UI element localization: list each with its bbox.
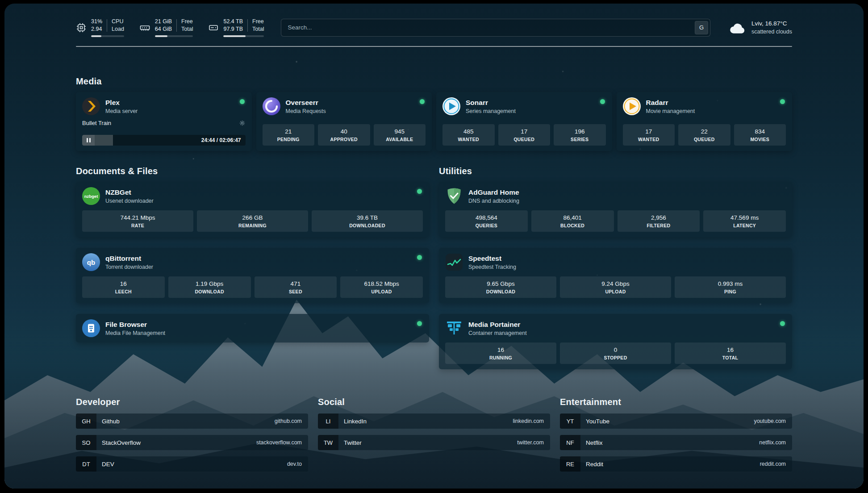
stat-seed: 471SEED (255, 276, 337, 298)
stat-upload: 9.24 GbpsUPLOAD (560, 276, 671, 298)
service-card-overseerr[interactable]: Overseerr Media Requests 21PENDING 40APP… (256, 92, 432, 151)
status-dot (420, 99, 425, 104)
service-card-filebrowser[interactable]: File Browser Media File Management (76, 314, 429, 343)
cpu-icon (76, 22, 87, 33)
overseerr-icon (263, 97, 280, 115)
stat-filtered: 2,956FILTERED (618, 210, 700, 232)
stat-download: 1.19 GbpsDOWNLOAD (168, 276, 251, 298)
stat-wanted: 485WANTED (442, 124, 495, 146)
disk-free-value: 52.4 TB (223, 18, 243, 25)
service-card-portainer[interactable]: Media Portainer Container management 16R… (439, 314, 792, 369)
service-card-qbittorrent[interactable]: qb qBittorrent Torrent downloader 16LEEC… (76, 248, 429, 303)
cpu-load-value: 2.94 (91, 25, 102, 33)
stat-remaining: 266 GBREMAINING (197, 210, 308, 232)
bookmark-twitter[interactable]: TW Twitter twitter.com (318, 435, 550, 450)
service-desc: Media Requests (286, 108, 326, 114)
bookmark-github[interactable]: GH Github github.com (76, 414, 308, 429)
bookmark-youtube[interactable]: YT YouTube youtube.com (560, 414, 792, 429)
service-card-speedtest[interactable]: Speedtest Speedtest Tracking 9.65 GbpsDO… (439, 248, 792, 303)
bookmark-url: youtube.com (754, 418, 786, 424)
stat-movies: 834MOVIES (734, 124, 786, 146)
service-name: Sonarr (466, 99, 516, 107)
bookmarks: Developer GH Github github.com SO StackO… (76, 397, 792, 478)
playback-progress[interactable]: 24:44 / 02:06:47 (82, 135, 246, 146)
bookmark-reddit[interactable]: RE Reddit reddit.com (560, 456, 792, 472)
cpu-label-1: CPU (112, 18, 124, 25)
topbar-divider (76, 46, 792, 47)
documents-column: Documents & Files nzbget NZBGet Usenet d… (76, 166, 429, 369)
service-name: Radarr (646, 99, 695, 107)
svg-text:qb: qb (87, 259, 95, 266)
bookmark-dev[interactable]: DT DEV dev.to (76, 456, 308, 472)
svg-text:nzbget: nzbget (84, 194, 98, 199)
section-title-utilities: Utilities (439, 166, 792, 176)
dashboard-frame: 31% 2.94 CPU Load (4, 4, 864, 489)
bookmark-name: Netflix (586, 439, 603, 446)
section-title-media: Media (76, 76, 792, 87)
status-dot (417, 321, 422, 326)
bookmark-url: twitter.com (517, 439, 544, 446)
utilities-column: Utilities AdGuard Home DNS and adblockin… (439, 166, 792, 369)
qbittorrent-icon: qb (82, 253, 100, 271)
service-card-adguard[interactable]: AdGuard Home DNS and adblocking 498,564Q… (439, 182, 792, 237)
now-playing-title: Bullet Train (82, 120, 111, 126)
stat-running: 16RUNNING (445, 343, 556, 364)
radarr-icon (623, 97, 641, 115)
service-card-sonarr[interactable]: Sonarr Series management 485WANTED 17QUE… (436, 92, 612, 151)
stat-stopped: 0STOPPED (560, 343, 671, 364)
bookmark-url: reddit.com (760, 461, 786, 467)
media-grid: Plex Media server Bullet Train 24:44 / 0… (76, 92, 792, 151)
bookmark-url: linkedin.com (513, 418, 544, 424)
speedtest-icon (445, 253, 463, 271)
status-dot (240, 99, 245, 104)
service-card-nzbget[interactable]: nzbget NZBGet Usenet downloader 744.21 M… (76, 182, 429, 237)
bookmark-stackoverflow[interactable]: SO StackOverflow stackoverflow.com (76, 435, 308, 450)
service-card-plex[interactable]: Plex Media server Bullet Train 24:44 / 0… (76, 92, 252, 151)
stat-ping: 0.993 msPING (675, 276, 786, 298)
filebrowser-icon (82, 319, 100, 337)
gear-icon[interactable] (239, 120, 246, 126)
pause-icon[interactable] (82, 135, 95, 146)
sonarr-icon (442, 97, 460, 115)
stat-queries: 498,564QUERIES (445, 210, 528, 232)
stat-wanted: 17WANTED (623, 124, 675, 146)
nzbget-icon: nzbget (82, 187, 100, 205)
service-card-radarr[interactable]: Radarr Movie management 17WANTED 22QUEUE… (617, 92, 793, 151)
cpu-label-2: Load (112, 25, 124, 33)
bookmark-group-developer: Developer GH Github github.com SO StackO… (76, 397, 308, 478)
bookmark-group-title: Entertainment (560, 397, 792, 407)
stat-blocked: 86,401BLOCKED (531, 210, 614, 232)
resource-metrics: 31% 2.94 CPU Load (76, 18, 264, 37)
service-desc: Container management (468, 330, 527, 336)
topbar: 31% 2.94 CPU Load (76, 18, 792, 37)
bookmark-url: stackoverflow.com (256, 439, 302, 446)
cpu-progress-bar (91, 35, 124, 37)
bookmark-name: StackOverflow (102, 439, 141, 446)
service-desc: Usenet downloader (105, 198, 154, 204)
service-name: Media Portainer (468, 321, 527, 329)
search-bar: G (281, 19, 710, 37)
disk-label-2: Total (252, 25, 264, 33)
section-title-documents: Documents & Files (76, 166, 429, 176)
ram-label-2: Total (181, 25, 193, 33)
bookmark-url: github.com (275, 418, 302, 424)
bookmark-abbr: NF (560, 435, 580, 450)
stat-downloaded: 39.6 TBDOWNLOADED (312, 210, 423, 232)
status-dot (600, 99, 605, 104)
bookmark-linkedin[interactable]: LI LinkedIn linkedin.com (318, 414, 550, 429)
search-provider-button[interactable]: G (695, 21, 708, 34)
disk-label-1: Free (252, 18, 264, 25)
bookmark-group-title: Social (318, 397, 550, 407)
search-input[interactable] (281, 19, 710, 37)
bookmark-netflix[interactable]: NF Netflix netflix.com (560, 435, 792, 450)
stat-leech: 16LEECH (82, 276, 165, 298)
service-desc: DNS and adblocking (468, 198, 519, 204)
weather-condition: scattered clouds (751, 28, 792, 36)
weather-widget[interactable]: Lviv, 16.87°C scattered clouds (729, 20, 792, 36)
bookmark-name: Twitter (344, 439, 362, 446)
service-name: AdGuard Home (468, 188, 519, 196)
weather-location: Lviv, 16.87°C (751, 20, 792, 28)
service-name: Speedtest (468, 255, 516, 263)
bookmark-abbr: TW (318, 435, 338, 450)
disk-progress-bar (223, 35, 264, 37)
